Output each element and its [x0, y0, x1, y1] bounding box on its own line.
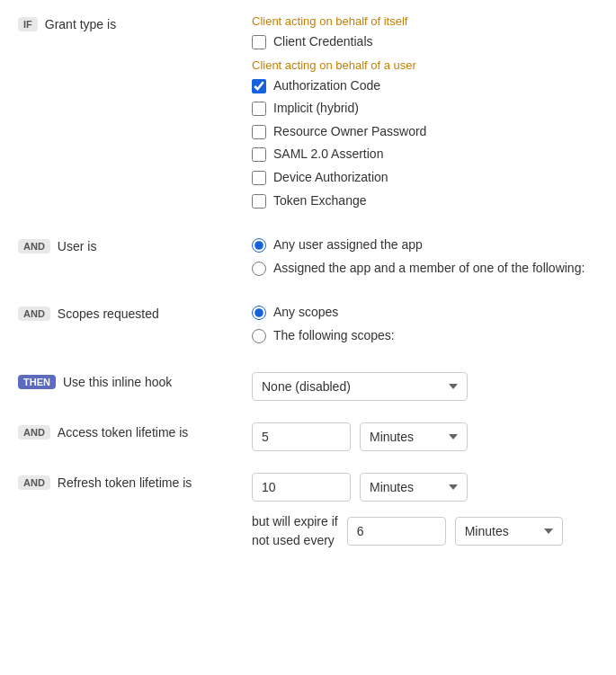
refresh-token-control: Minutes Hours Days but will expire if no…	[252, 473, 598, 550]
resource-owner-label[interactable]: Resource Owner Password	[273, 123, 426, 141]
grant-type-label: Grant type is	[45, 16, 116, 31]
expire-value[interactable]	[347, 517, 446, 546]
refresh-token-value[interactable]	[252, 473, 351, 502]
device-auth-item: Device Authorization	[252, 169, 598, 187]
client-credentials-checkbox[interactable]	[252, 35, 266, 49]
authorization-code-label[interactable]: Authorization Code	[273, 77, 380, 95]
device-auth-checkbox[interactable]	[252, 171, 266, 185]
and-badge-user: AND	[18, 239, 50, 253]
access-token-value[interactable]	[252, 422, 351, 451]
any-scopes-radio[interactable]	[252, 306, 266, 320]
implicit-item: Implicit (hybrid)	[252, 100, 598, 118]
following-scopes-label[interactable]: The following scopes:	[273, 327, 395, 345]
user-is-label: User is	[58, 238, 97, 253]
following-scopes-item: The following scopes:	[252, 327, 598, 345]
refresh-token-unit-select[interactable]: Minutes Hours Days	[360, 473, 468, 502]
expire-row: but will expire if not used every Minute…	[252, 512, 598, 550]
client-user-heading: Client acting on behalf of a user	[252, 58, 598, 72]
implicit-checkbox[interactable]	[252, 102, 266, 116]
any-scopes-label[interactable]: Any scopes	[273, 304, 338, 322]
assigned-member-radio[interactable]	[252, 262, 266, 276]
inline-hook-row: THEN Use this inline hook None (disabled…	[18, 372, 598, 401]
any-scopes-item: Any scopes	[252, 304, 598, 322]
grant-type-label-cell: IF Grant type is	[18, 14, 252, 31]
inline-hook-select[interactable]: None (disabled) Hook 1 Hook 2	[252, 372, 468, 401]
assigned-member-item: Assigned the app and a member of one of …	[252, 260, 598, 278]
inline-hook-control: None (disabled) Hook 1 Hook 2	[252, 372, 598, 401]
token-exchange-label[interactable]: Token Exchange	[273, 192, 367, 210]
scopes-label-cell: AND Scopes requested	[18, 304, 252, 321]
token-exchange-item: Token Exchange	[252, 192, 598, 210]
and-badge-access: AND	[18, 425, 50, 440]
scopes-control: Any scopes The following scopes:	[252, 304, 598, 350]
refresh-token-label-cell: AND Refresh token lifetime is	[18, 473, 252, 490]
client-credentials-item: Client Credentials	[252, 33, 598, 51]
expire-unit-select[interactable]: Minutes Hours Days	[455, 517, 563, 546]
access-token-row: AND Access token lifetime is Minutes Hou…	[18, 422, 598, 451]
if-badge: IF	[18, 17, 38, 31]
access-token-control: Minutes Hours Days	[252, 422, 598, 451]
access-token-unit-select[interactable]: Minutes Hours Days	[360, 422, 468, 451]
saml-checkbox[interactable]	[252, 147, 266, 162]
scopes-label: Scopes requested	[58, 306, 159, 321]
user-is-label-cell: AND User is	[18, 236, 252, 253]
user-is-row: AND User is Any user assigned the app As…	[18, 236, 598, 282]
resource-owner-item: Resource Owner Password	[252, 123, 598, 141]
device-auth-label[interactable]: Device Authorization	[273, 169, 388, 187]
inline-hook-label: Use this inline hook	[63, 374, 172, 389]
grant-type-control: Client acting on behalf of itself Client…	[252, 14, 598, 215]
client-credentials-label[interactable]: Client Credentials	[273, 33, 373, 51]
saml-label[interactable]: SAML 2.0 Assertion	[273, 146, 383, 164]
inline-hook-label-cell: THEN Use this inline hook	[18, 372, 252, 389]
any-user-radio[interactable]	[252, 238, 266, 253]
access-token-inputs: Minutes Hours Days	[252, 422, 598, 451]
following-scopes-radio[interactable]	[252, 329, 266, 343]
implicit-label[interactable]: Implicit (hybrid)	[273, 100, 359, 118]
access-token-label-cell: AND Access token lifetime is	[18, 422, 252, 440]
token-exchange-checkbox[interactable]	[252, 194, 266, 209]
resource-owner-checkbox[interactable]	[252, 125, 266, 139]
scopes-row: AND Scopes requested Any scopes The foll…	[18, 304, 598, 350]
refresh-token-row: AND Refresh token lifetime is Minutes Ho…	[18, 473, 598, 550]
refresh-token-inputs: Minutes Hours Days	[252, 473, 598, 502]
expire-label: but will expire if not used every	[252, 512, 338, 550]
any-user-item: Any user assigned the app	[252, 236, 598, 254]
and-badge-refresh: AND	[18, 475, 50, 490]
then-badge: THEN	[18, 375, 56, 389]
authorization-code-item: Authorization Code	[252, 77, 598, 95]
and-badge-scopes: AND	[18, 306, 50, 321]
refresh-token-label: Refresh token lifetime is	[58, 475, 192, 490]
access-token-label: Access token lifetime is	[58, 424, 189, 440]
authorization-code-checkbox[interactable]	[252, 79, 266, 93]
assigned-member-label[interactable]: Assigned the app and a member of one of …	[273, 260, 585, 278]
expire-block: but will expire if not used every Minute…	[252, 512, 598, 550]
grant-type-row: IF Grant type is Client acting on behalf…	[18, 14, 598, 215]
saml-item: SAML 2.0 Assertion	[252, 146, 598, 164]
any-user-label[interactable]: Any user assigned the app	[273, 236, 423, 254]
client-self-heading: Client acting on behalf of itself	[252, 14, 598, 28]
user-is-control: Any user assigned the app Assigned the a…	[252, 236, 598, 282]
